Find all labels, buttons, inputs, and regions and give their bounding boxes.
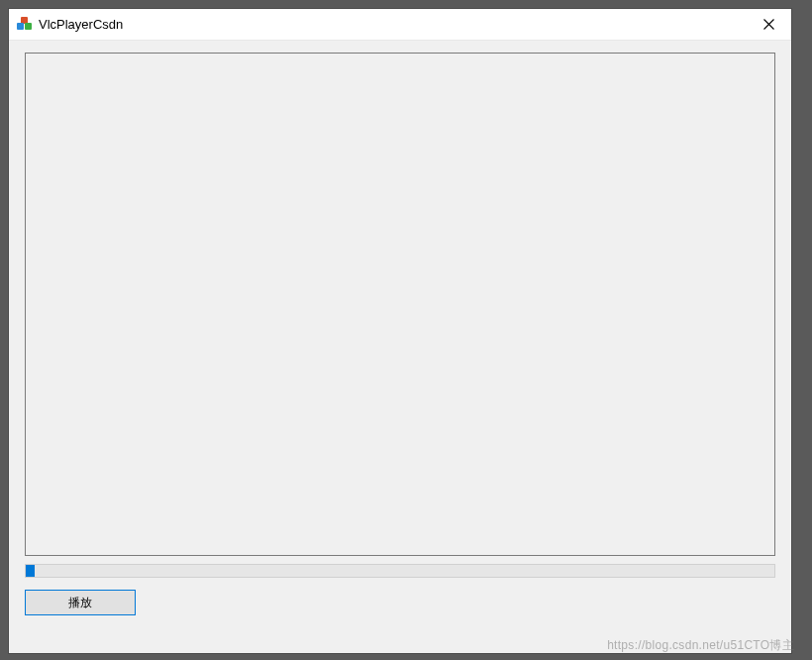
- video-panel: [25, 53, 775, 556]
- titlebar[interactable]: VlcPlayerCsdn: [9, 9, 791, 41]
- close-button[interactable]: [746, 9, 791, 41]
- play-button[interactable]: 播放: [25, 590, 136, 615]
- application-window: VlcPlayerCsdn 播放: [8, 8, 792, 654]
- progress-bar[interactable]: [25, 564, 775, 578]
- app-icon: [17, 17, 33, 33]
- window-title: VlcPlayerCsdn: [39, 17, 746, 32]
- close-icon: [763, 19, 774, 30]
- client-area: 播放: [9, 41, 791, 653]
- controls-row: 播放: [25, 590, 775, 615]
- progress-fill: [26, 565, 35, 577]
